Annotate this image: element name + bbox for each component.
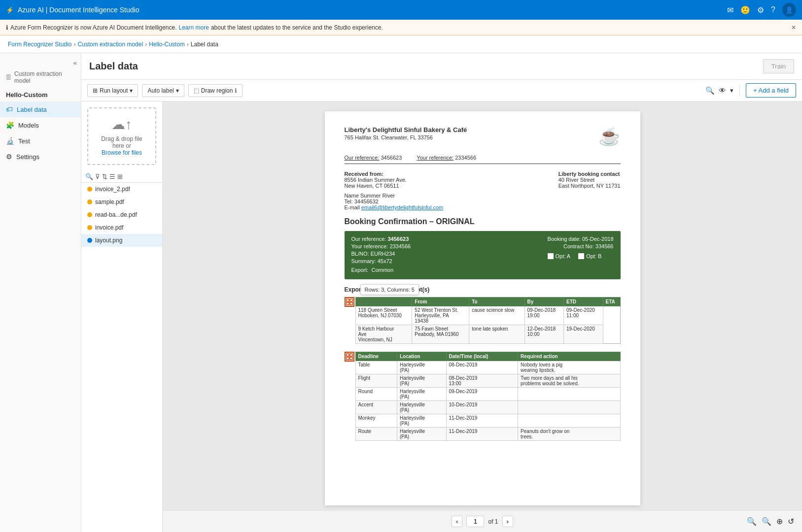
sidebar-item-label-data[interactable]: 🏷 Label data: [0, 101, 81, 117]
view-toggle-icon[interactable]: 👁: [719, 86, 726, 95]
checkbox-a[interactable]: [548, 253, 554, 259]
file-name: invoice.pdf: [95, 224, 123, 231]
user-avatar[interactable]: 👤: [782, 3, 796, 17]
notif-close-icon[interactable]: ✕: [791, 24, 796, 31]
table-tooltip: Rows: 3, Columns: 5: [360, 284, 419, 295]
settings-icon[interactable]: ⚙: [757, 5, 764, 15]
file-item[interactable]: sample.pdf: [81, 196, 162, 208]
run-layout-button[interactable]: ⊞ Run layout ▾: [87, 84, 138, 97]
your-ref-label: Your reference: 2334566: [417, 155, 476, 161]
help-icon[interactable]: ?: [771, 5, 775, 14]
prev-page-button[interactable]: ‹: [452, 516, 462, 527]
file-status-dot: [87, 200, 92, 204]
sidebar-project-name: Hello-Custom: [0, 88, 81, 101]
run-layout-icon: ⊞: [93, 87, 98, 94]
table-select-button-2[interactable]: [345, 352, 354, 362]
coffee-icon: ☕: [598, 126, 621, 147]
upload-text-line1: Drag & drop file: [94, 135, 149, 142]
main-content: Label data Train ⊞ Run layout ▾ Auto lab…: [81, 53, 802, 532]
mail-icon[interactable]: ✉: [727, 5, 733, 15]
file-sort-icon[interactable]: ⇅: [102, 173, 107, 180]
booking-table: Our reference: 3456623 Your reference: 2…: [345, 231, 621, 279]
file-item[interactable]: read-ba...de.pdf: [81, 208, 162, 221]
booking-title: Booking Confirmation – ORIGINAL: [345, 217, 621, 226]
zoom-in-icon[interactable]: 🔍: [762, 517, 771, 526]
page-number-input[interactable]: [466, 516, 484, 527]
company-name: Liberty's Delightful Sinful Bakery & Caf…: [345, 126, 467, 133]
file-grid-icon[interactable]: ⊞: [117, 173, 123, 180]
auto-label-dropdown-icon[interactable]: ▾: [176, 87, 179, 94]
file-list: invoice_2.pdf sample.pdf read-ba...de.pd…: [81, 183, 162, 532]
app-logo-icon: ⚡: [6, 6, 14, 14]
fit-page-icon[interactable]: ⊕: [776, 517, 783, 526]
collapse-icon: «: [73, 59, 77, 66]
zoom-controls: 🔍 🔍 ⊕ ↺: [747, 517, 794, 526]
sidebar-label-data-text: Label data: [17, 106, 47, 113]
next-page-button[interactable]: ›: [502, 516, 513, 527]
table-row: Round Harleysville(PA) 09-Dec-2019: [355, 388, 620, 401]
view-dropdown-icon[interactable]: ▾: [730, 87, 733, 94]
file-status-dot: [87, 238, 92, 243]
file-search-icon[interactable]: 🔍: [85, 173, 93, 180]
file-status-dot: [87, 187, 92, 192]
breadcrumb-home[interactable]: Form Recognizer Studio: [8, 41, 71, 48]
settings-nav-icon: ⚙: [6, 153, 12, 161]
sidebar-toggle[interactable]: «: [0, 57, 81, 68]
sidebar-test-text: Test: [18, 137, 30, 145]
pagination-center: ‹ of 1 ›: [452, 516, 513, 527]
svg-rect-6: [347, 357, 349, 360]
booking-right: Booking date: 05-Dec-2018 Contract No: 3…: [548, 236, 614, 274]
sidebar-item-settings[interactable]: ⚙ Settings: [0, 149, 81, 165]
breadcrumb: Form Recognizer Studio › Custom extracti…: [0, 35, 802, 53]
content-area: ☁↑ Drag & drop file here or Browse for f…: [81, 101, 802, 532]
sidebar-item-test[interactable]: 🔬 Test: [0, 133, 81, 149]
file-filter-icon[interactable]: ⊽: [95, 173, 100, 180]
notif-link[interactable]: Learn more: [179, 24, 209, 31]
notif-icon: ℹ: [6, 24, 8, 31]
add-field-button[interactable]: + Add a field: [746, 83, 796, 98]
search-icon[interactable]: 🔍: [705, 86, 715, 95]
booking-left: Our reference: 3456623 Your reference: 2…: [351, 236, 533, 274]
file-toolbar: 🔍 ⊽ ⇅ ☰ ⊞: [81, 171, 162, 183]
document-scroll[interactable]: Liberty's Delightful Sinful Bakery & Caf…: [163, 101, 802, 510]
file-item-selected[interactable]: layout.png: [81, 234, 162, 247]
toolbar: ⊞ Run layout ▾ Auto label ▾ ⬚ Draw regio…: [81, 80, 802, 101]
liberty-contact: Liberty booking contact 40 River Street …: [558, 171, 621, 210]
auto-label-button[interactable]: Auto label ▾: [142, 84, 184, 97]
zoom-out-icon[interactable]: 🔍: [747, 517, 757, 526]
top-bar: ⚡ Azure AI | Document Intelligence Studi…: [0, 0, 802, 20]
file-name: read-ba...de.pdf: [95, 211, 137, 218]
upload-zone[interactable]: ☁↑ Drag & drop file here or Browse for f…: [87, 107, 156, 165]
received-from: Received from: 8556 Indian Summer Ave. N…: [345, 171, 444, 210]
table2-wrapper: Deadline Location Date/Time (local) Requ…: [345, 352, 621, 441]
sidebar-models-text: Models: [18, 122, 39, 129]
notif-text: Azure Form Recognizer is now Azure AI Do…: [10, 24, 177, 31]
breadcrumb-current: Label data: [191, 41, 218, 48]
checkbox-b[interactable]: [578, 253, 584, 259]
svg-rect-5: [350, 354, 352, 356]
rotate-icon[interactable]: ↺: [788, 517, 794, 526]
upload-text-line2: here or: [94, 142, 149, 149]
table-select-button-1[interactable]: [345, 297, 354, 307]
data-table-2: Deadline Location Date/Time (local) Requ…: [355, 352, 621, 441]
test-icon: 🔬: [6, 137, 14, 145]
breadcrumb-project[interactable]: Hello-Custom: [149, 41, 185, 48]
sidebar-item-models[interactable]: 🧩 Models: [0, 117, 81, 133]
run-layout-dropdown-icon[interactable]: ▾: [130, 87, 133, 94]
upload-icon: ☁↑: [94, 116, 149, 133]
table-row: Table Harleysville(PA) 08-Dec-2019 Nobod…: [355, 361, 620, 374]
doc-ref-line: Our reference: 3456623 Your reference: 2…: [345, 155, 621, 164]
file-item[interactable]: invoice.pdf: [81, 221, 162, 234]
notif-suffix: about the latest updates to the service …: [211, 24, 383, 31]
file-item[interactable]: invoice_2.pdf: [81, 183, 162, 196]
emoji-icon[interactable]: 🙂: [740, 5, 750, 15]
breadcrumb-sep2: ›: [145, 41, 147, 48]
breadcrumb-model[interactable]: Custom extraction model: [77, 41, 143, 48]
draw-region-button[interactable]: ⬚ Draw region ℹ: [188, 84, 243, 97]
train-button[interactable]: Train: [763, 59, 794, 73]
file-list-icon[interactable]: ☰: [109, 173, 115, 180]
browse-link[interactable]: Browse for files: [102, 149, 142, 156]
svg-rect-2: [347, 302, 349, 305]
svg-rect-1: [350, 299, 352, 301]
doc-from-section: Received from: 8556 Indian Summer Ave. N…: [345, 171, 621, 210]
